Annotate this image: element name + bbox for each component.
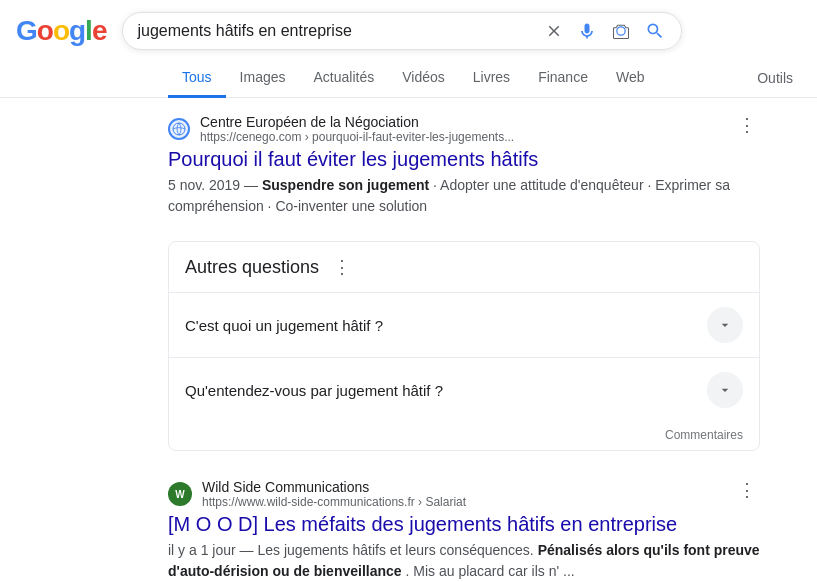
- globe-icon: [171, 121, 187, 137]
- voice-search-button[interactable]: [575, 19, 599, 43]
- logo-g2: g: [69, 15, 85, 46]
- logo-o2: o: [53, 15, 69, 46]
- result-1-source: Centre Européen de la Négociation https:…: [168, 114, 760, 144]
- result-1-title[interactable]: Pourquoi il faut éviter les jugements hâ…: [168, 148, 760, 171]
- result-2-date: il y a 1 jour: [168, 542, 236, 558]
- comments-label: Commentaires: [665, 428, 743, 442]
- result-2-snippet-normal: Les jugements hâtifs et leurs conséquenc…: [257, 542, 533, 558]
- tab-actualites[interactable]: Actualités: [300, 59, 389, 98]
- result-1-site-name: Centre Européen de la Négociation: [200, 114, 514, 130]
- comments-row: Commentaires: [169, 422, 759, 450]
- tab-videos[interactable]: Vidéos: [388, 59, 459, 98]
- result-2-source: W Wild Side Communications https://www.w…: [168, 479, 760, 509]
- result-1-dash: —: [244, 177, 262, 193]
- result-1-snippet: 5 nov. 2019 — Suspendre son jugement · A…: [168, 175, 760, 217]
- search-result-2: W Wild Side Communications https://www.w…: [168, 467, 760, 582]
- close-icon: [545, 22, 563, 40]
- microphone-icon: [577, 21, 597, 41]
- result-2-menu-button[interactable]: ⋮: [734, 479, 760, 501]
- paa-question-2[interactable]: Qu'entendez-vous par jugement hâtif ?: [169, 357, 759, 422]
- paa-title: Autres questions: [185, 257, 319, 278]
- result-2-url: https://www.wild-side-communications.fr …: [202, 495, 466, 509]
- paa-question-1[interactable]: C'est quoi un jugement hâtif ?: [169, 292, 759, 357]
- google-logo: Google: [16, 15, 106, 47]
- header: Google: [0, 0, 817, 50]
- camera-icon: [611, 21, 631, 41]
- chevron-down-icon-2: [717, 382, 733, 398]
- search-button[interactable]: [643, 19, 667, 43]
- result-2-snippet-end: . Mis au placard car ils n' ...: [405, 563, 574, 579]
- paa-question-2-text: Qu'entendez-vous par jugement hâtif ?: [185, 382, 443, 399]
- result-2-site-name: Wild Side Communications: [202, 479, 466, 495]
- image-search-button[interactable]: [609, 19, 633, 43]
- search-bar: [122, 12, 682, 50]
- result-2-snippet: il y a 1 jour — Les jugements hâtifs et …: [168, 540, 760, 582]
- result-2-favicon: W: [168, 482, 192, 506]
- search-icon-group: [543, 19, 667, 43]
- result-1-url: https://cenego.com › pourquoi-il-faut-ev…: [200, 130, 514, 144]
- tab-tous[interactable]: Tous: [168, 59, 226, 98]
- result-1-snippet-bold: Suspendre son jugement: [262, 177, 429, 193]
- logo-g: G: [16, 15, 37, 46]
- search-input[interactable]: [137, 22, 535, 40]
- svg-point-1: [173, 123, 185, 135]
- svg-point-0: [617, 27, 625, 35]
- search-result-1: Centre Européen de la Négociation https:…: [168, 98, 760, 225]
- result-1-source-info: Centre Européen de la Négociation https:…: [200, 114, 514, 144]
- result-2-dash: —: [240, 542, 258, 558]
- result-2-source-info: Wild Side Communications https://www.wil…: [202, 479, 466, 509]
- tab-web[interactable]: Web: [602, 59, 659, 98]
- results-container: Centre Européen de la Négociation https:…: [0, 98, 760, 582]
- tab-livres[interactable]: Livres: [459, 59, 524, 98]
- result-1-date: 5 nov. 2019: [168, 177, 240, 193]
- tab-finance[interactable]: Finance: [524, 59, 602, 98]
- paa-header: Autres questions ⋮: [169, 242, 759, 292]
- result-1-menu-button[interactable]: ⋮: [734, 114, 760, 136]
- chevron-down-icon: [717, 317, 733, 333]
- search-icon: [645, 21, 665, 41]
- logo-e: e: [92, 15, 107, 46]
- logo-o1: o: [37, 15, 53, 46]
- paa-expand-2[interactable]: [707, 372, 743, 408]
- paa-expand-1[interactable]: [707, 307, 743, 343]
- nav-tabs: Tous Images Actualités Vidéos Livres Fin…: [0, 50, 817, 98]
- tools-button[interactable]: Outils: [733, 60, 817, 96]
- result-1-favicon: [168, 118, 190, 140]
- tab-images[interactable]: Images: [226, 59, 300, 98]
- clear-button[interactable]: [543, 20, 565, 42]
- paa-section: Autres questions ⋮ C'est quoi un jugemen…: [168, 241, 760, 451]
- paa-question-1-text: C'est quoi un jugement hâtif ?: [185, 317, 383, 334]
- paa-menu-button[interactable]: ⋮: [333, 256, 351, 278]
- result-2-title[interactable]: [M O O D] Les méfaits des jugements hâti…: [168, 513, 760, 536]
- logo-l: l: [85, 15, 92, 46]
